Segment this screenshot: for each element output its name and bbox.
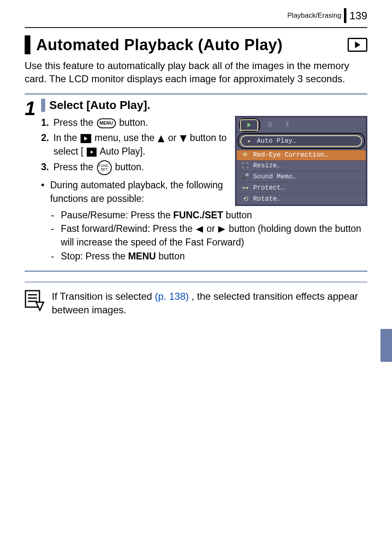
menu-item-label: Protect… [253, 184, 285, 192]
dash-icon: - [51, 222, 61, 250]
substep-number: 1. [41, 116, 53, 130]
header-rule [25, 27, 367, 28]
menu-item-label: Red-Eye Correction… [253, 151, 328, 159]
substep-number: 2. [41, 131, 53, 159]
text: Press the [53, 117, 96, 128]
step-dash-list: - Pause/Resume: Press the FUNC./SET butt… [41, 208, 367, 263]
soundmemo-row-icon: 🎤 [241, 173, 250, 181]
func-set-button-icon: FUNC.SET [97, 160, 112, 175]
section-label: Playback/Erasing [287, 12, 341, 20]
step-heading-bar [41, 99, 45, 112]
text: Stop: Press the [61, 251, 128, 261]
screenshot-tab-print: ⎙ [263, 120, 277, 130]
text-bold: MENU [128, 251, 156, 261]
arrow-down-icon [180, 135, 187, 142]
section-side-tab [380, 329, 392, 362]
page-header: Playback/Erasing 139 [25, 8, 367, 23]
autoplay-row-icon: ✦ [244, 137, 254, 145]
page-title: Automated Playback (Auto Play) [36, 36, 283, 54]
redeye-row-icon: 👁 [241, 151, 250, 159]
text: button [159, 251, 185, 261]
text: or [168, 132, 179, 143]
menu-item-label: Resize… [253, 162, 281, 169]
screenshot-row: 👁 Red-Eye Correction… [237, 150, 366, 160]
substep-number: 3. [41, 160, 53, 175]
text: Fast forward/Rewind: Press the [61, 223, 195, 234]
text: button. [119, 117, 148, 128]
note-block: If Transition is selected (p. 138) , the… [25, 290, 367, 317]
protect-row-icon: ⊶ [241, 184, 250, 192]
camera-menu-screenshot: ⎙ ꔧ ✦ Auto Play… 👁 [235, 116, 367, 206]
divider [25, 282, 367, 282]
screenshot-tab-playback-highlight [239, 118, 260, 132]
screenshot-row-selected-highlight: ✦ Auto Play… [238, 133, 365, 149]
screenshot-row: 🎤 Sound Memo… [237, 171, 366, 182]
step-heading: Select [Auto Play]. [49, 99, 150, 112]
screenshot-tab-setup: ꔧ [280, 120, 295, 130]
text: In the [53, 132, 80, 143]
autoplay-icon: ✦ [87, 148, 97, 157]
dash-icon: - [51, 208, 61, 222]
note-icon [25, 290, 44, 311]
bullet-text: During automated playback, the following… [50, 178, 227, 206]
arrow-up-icon [158, 135, 164, 142]
menu-button-icon: MENU [97, 118, 116, 128]
screenshot-row-selected: ✦ Auto Play… [240, 135, 362, 147]
text: Auto Play]. [99, 146, 145, 157]
intro-paragraph: Use this feature to automatically play b… [25, 59, 367, 86]
menu-item-label: Rotate… [253, 195, 281, 203]
rotate-row-icon: ⟲ [241, 195, 250, 203]
header-separator [344, 8, 346, 23]
arrow-left-icon [196, 226, 203, 233]
step-text: 1. Press the MENU button. 2. In the m [41, 116, 227, 206]
menu-item-label: Auto Play… [257, 137, 296, 145]
title-row: Automated Playback (Auto Play) [25, 35, 367, 54]
title-accent-bar [25, 35, 30, 54]
step-block: 1 Select [Auto Play]. 1. Press the MENU … [25, 93, 367, 272]
screenshot-row: ⛶ Resize… [237, 160, 366, 171]
svg-marker-4 [36, 302, 44, 310]
playback-mode-icon [348, 38, 367, 52]
arrow-right-icon [218, 226, 225, 233]
screenshot-row: ⊶ Protect… [237, 182, 366, 193]
text: menu, use the [95, 132, 157, 143]
menu-item-label: Sound Memo… [253, 173, 297, 180]
playback-menu-icon [81, 134, 91, 143]
page-number: 139 [350, 9, 367, 22]
text: or [207, 223, 218, 234]
page-reference-link[interactable]: (p. 138) [155, 291, 189, 302]
text-bold: FUNC./SET [173, 210, 223, 220]
step-number: 1 [25, 99, 39, 118]
text: button. [115, 162, 144, 172]
dash-icon: - [51, 250, 61, 263]
resize-row-icon: ⛶ [241, 162, 250, 170]
text: Pause/Resume: Press the [61, 210, 173, 220]
note-text: If Transition is selected [52, 291, 155, 302]
screenshot-tab-playback [240, 119, 258, 131]
text: Press the [53, 162, 96, 172]
bullet-icon: • [41, 178, 50, 206]
screenshot-row: ⟲ Rotate… [237, 193, 366, 204]
text: button [226, 210, 252, 220]
